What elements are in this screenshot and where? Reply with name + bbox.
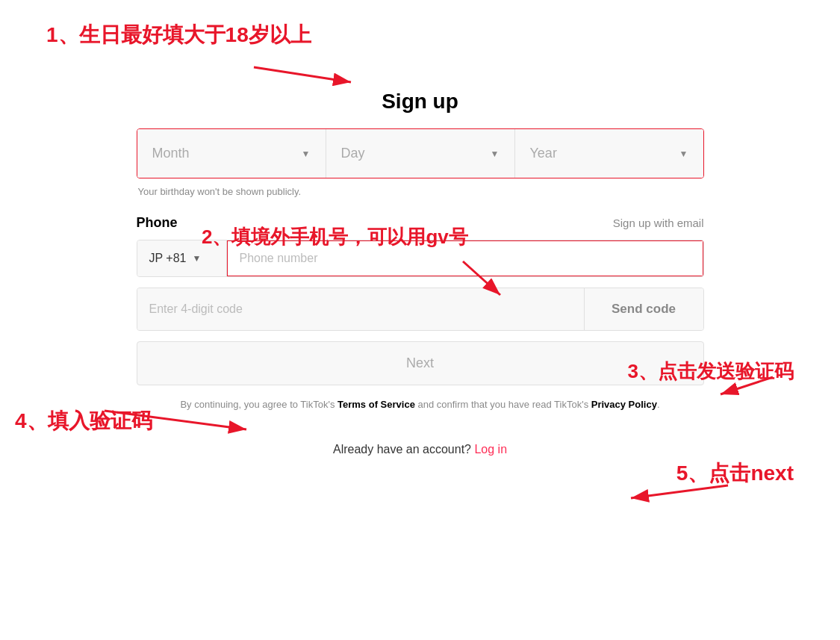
country-code-value: JP +81 (149, 252, 187, 265)
day-select[interactable]: Day ▼ (326, 129, 515, 178)
month-select[interactable]: Month ▼ (137, 129, 326, 178)
month-chevron-icon: ▼ (302, 149, 311, 159)
annotation-1: 1、生日最好填大于18岁以上 (46, 21, 311, 49)
birthday-row: Month ▼ Day ▼ Year ▼ (137, 128, 704, 178)
page-title: Sign up (137, 90, 704, 114)
login-link[interactable]: Log in (474, 443, 507, 456)
arrow-5 (601, 467, 750, 508)
code-row: Send code (137, 288, 704, 331)
page-container: 1、生日最好填大于18岁以上 2、填境外手机号，可以用gv号 3、点击发送验证码 (0, 0, 840, 640)
country-chevron-icon: ▼ (192, 253, 201, 264)
login-prompt: Already have an account? (333, 443, 471, 456)
arrow-3 (698, 366, 795, 403)
terms-middle: and confirm that you have read TikTok's (415, 399, 591, 410)
year-label: Year (530, 146, 557, 161)
arrow-4 (90, 396, 284, 437)
day-label: Day (341, 146, 365, 161)
signup-with-email-link[interactable]: Sign up with email (613, 217, 704, 229)
terms-of-service-link[interactable]: Terms of Service (337, 399, 415, 410)
send-code-button[interactable]: Send code (584, 288, 703, 330)
annotation-2: 2、填境外手机号，可以用gv号 (202, 224, 468, 250)
birthday-note: Your birthday won't be shown publicly. (137, 186, 704, 197)
phone-label: Phone (137, 215, 178, 231)
day-chevron-icon: ▼ (491, 149, 500, 159)
login-row: Already have an account? Log in (137, 443, 704, 456)
month-label: Month (152, 146, 190, 161)
privacy-policy-link[interactable]: Privacy Policy (591, 399, 657, 410)
next-button[interactable]: Next (137, 341, 704, 385)
arrow-1 (231, 52, 381, 97)
year-select[interactable]: Year ▼ (515, 129, 703, 178)
terms-end: . (657, 399, 660, 410)
arrow-2 (441, 254, 530, 306)
year-chevron-icon: ▼ (679, 149, 688, 159)
